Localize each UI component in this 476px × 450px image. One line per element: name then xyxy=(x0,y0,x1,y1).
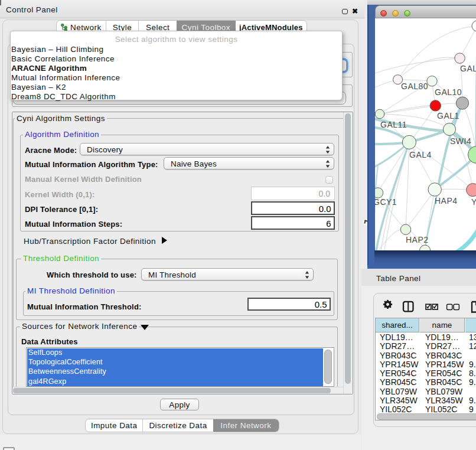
svg-text:Y: Y xyxy=(471,197,476,207)
svg-text:HAP4: HAP4 xyxy=(435,196,458,206)
svg-text:GCY1: GCY1 xyxy=(375,197,397,207)
svg-text:GAL10: GAL10 xyxy=(435,87,462,97)
svg-text:GAL1: GAL1 xyxy=(437,111,459,120)
svg-text:GAL4: GAL4 xyxy=(409,150,432,159)
svg-text:GAL11: GAL11 xyxy=(380,120,407,129)
svg-text:GAL: GAL xyxy=(460,64,476,73)
svg-text:HAP2: HAP2 xyxy=(406,235,429,244)
svg-text:SWI4: SWI4 xyxy=(450,136,471,146)
svg-text:GAL80: GAL80 xyxy=(401,81,428,91)
